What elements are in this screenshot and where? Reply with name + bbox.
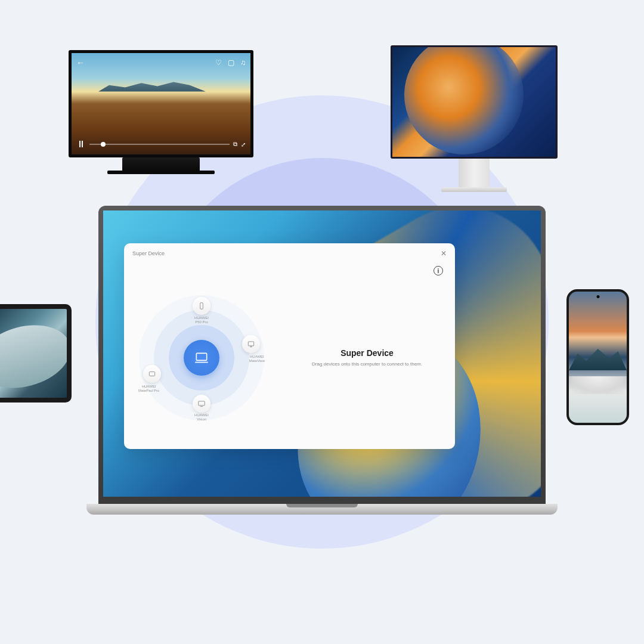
dialog-text-panel: Super Device Drag devices onto this comp… <box>279 264 455 451</box>
super-device-description: Drag devices onto this computer to conne… <box>312 361 422 367</box>
fullscreen-icon[interactable]: ⤢ <box>241 141 246 148</box>
tv-player-controls: ⏸ ⧉ ⤢ <box>76 139 246 150</box>
dialog-body: HUAWEIP50 Pro HUAWEIMateView HUAWEIVisio… <box>124 264 455 451</box>
cast-icon[interactable]: ▢ <box>228 58 234 67</box>
monitor-arm <box>459 159 490 187</box>
pip-icon[interactable]: ⧉ <box>233 141 237 148</box>
tv-stand <box>122 157 200 171</box>
tv-landscape <box>98 81 206 92</box>
info-icon[interactable]: i <box>434 266 443 275</box>
tv-topbar: ← ♡ ▢ ♫ <box>76 58 246 67</box>
progress-bar[interactable] <box>89 144 230 145</box>
device-phone-label: HUAWEIP50 Pro <box>194 316 209 324</box>
device-tablet-label: HUAWEIMatePad Pro <box>138 385 159 393</box>
svg-rect-8 <box>149 371 154 376</box>
phone-wallpaper-mountains <box>569 346 627 370</box>
phone-camera <box>596 295 599 298</box>
headphones-icon[interactable]: ♫ <box>240 58 246 67</box>
device-monitor-icon[interactable] <box>242 335 260 353</box>
phone-device <box>566 289 629 425</box>
monitor-device <box>391 45 558 192</box>
monitor-foot <box>441 187 507 192</box>
device-tv-label: HUAWEIVision <box>194 413 209 422</box>
tv-base <box>107 171 215 174</box>
super-device-title: Super Device <box>340 348 394 358</box>
dialog-header: Super Device ✕ <box>124 243 455 264</box>
svg-rect-0 <box>196 353 206 360</box>
monitor-screen <box>391 45 558 159</box>
pause-icon[interactable]: ⏸ <box>76 139 86 150</box>
center-laptop-icon[interactable] <box>184 340 219 376</box>
back-icon[interactable]: ← <box>76 58 85 67</box>
device-monitor-label: HUAWEIMateView <box>249 355 265 363</box>
laptop-bezel: Super Device ✕ i <box>98 206 546 504</box>
close-icon[interactable]: ✕ <box>441 249 447 258</box>
monitor-wallpaper <box>391 45 540 159</box>
progress-thumb[interactable] <box>101 142 106 147</box>
laptop-base <box>86 504 558 515</box>
device-radar: HUAWEIP50 Pro HUAWEIMateView HUAWEIVisio… <box>124 264 279 451</box>
laptop-screen: Super Device ✕ i <box>103 210 541 497</box>
dialog-window-title: Super Device <box>132 250 165 256</box>
laptop-device: Super Device ✕ i <box>98 206 546 515</box>
tablet-wallpaper <box>0 315 72 398</box>
phone-wallpaper-clouds <box>569 376 627 394</box>
tv-device: ← ♡ ▢ ♫ ⏸ ⧉ ⤢ <box>69 50 253 174</box>
svg-rect-2 <box>200 302 203 309</box>
super-device-dialog: Super Device ✕ i <box>124 243 455 449</box>
svg-rect-3 <box>248 341 253 345</box>
laptop-notch <box>286 504 358 507</box>
svg-rect-6 <box>199 401 205 405</box>
device-tv-icon[interactable] <box>193 395 210 413</box>
tablet-device <box>0 304 72 402</box>
heart-icon[interactable]: ♡ <box>215 58 222 67</box>
device-phone-icon[interactable] <box>193 297 210 315</box>
tv-screen: ← ♡ ▢ ♫ ⏸ ⧉ ⤢ <box>69 50 253 157</box>
device-tablet-icon[interactable] <box>143 365 161 383</box>
